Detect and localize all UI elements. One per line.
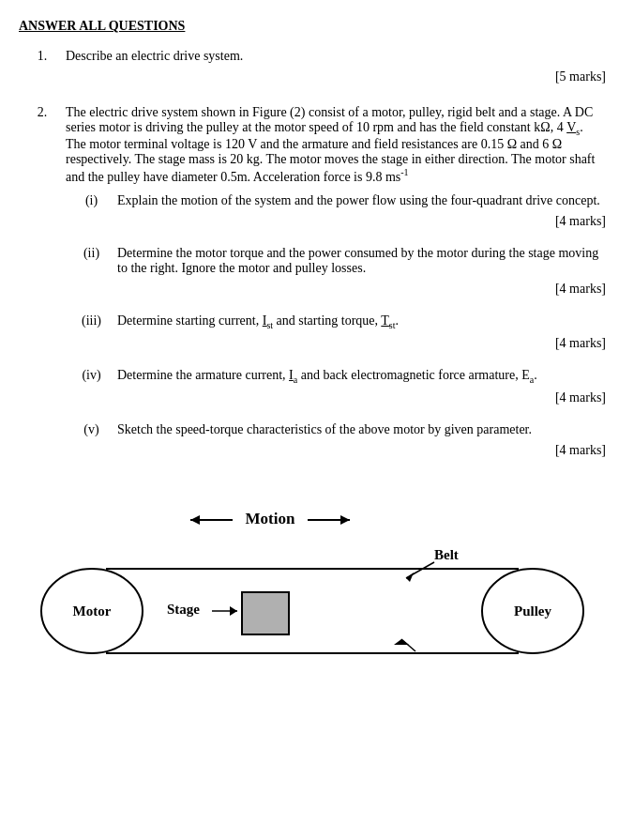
sub-iii-num: (iii) <box>66 313 117 355</box>
svg-marker-1 <box>190 515 200 525</box>
sub-ii-marks: [4 marks] <box>117 282 606 297</box>
sub-iii-content: Determine starting current, Ist and star… <box>117 313 606 355</box>
sub-ii-num: (ii) <box>66 246 117 300</box>
sub-q-i: (i) Explain the motion of the system and… <box>66 193 606 233</box>
svg-marker-9 <box>230 606 237 616</box>
svg-marker-3 <box>340 515 350 525</box>
ist-underline: Ist <box>263 313 273 328</box>
ia-underline: Ia <box>289 368 297 382</box>
q2-content: The electric drive system shown in Figur… <box>66 105 606 475</box>
sub-iii-marks: [4 marks] <box>117 336 606 351</box>
q2-intro: The electric drive system shown in Figur… <box>66 105 606 184</box>
sub-q-iii: (iii) Determine starting current, Ist an… <box>66 313 606 355</box>
sub-v-marks: [4 marks] <box>117 443 606 458</box>
vs-underline: Vs <box>566 120 580 134</box>
q1-text: Describe an electric drive system. <box>66 49 243 63</box>
sub-v-text: Sketch the speed-torque characteristics … <box>117 422 532 436</box>
stage-label: Stage <box>167 602 200 617</box>
page-container: ANSWER ALL QUESTIONS 1. Describe an elec… <box>19 19 606 710</box>
question-2: 2. The electric drive system shown in Fi… <box>19 105 606 475</box>
sub-ii-content: Determine the motor torque and the power… <box>117 246 606 300</box>
q1-marks: [5 marks] <box>66 69 606 84</box>
sub-iv-marks: [4 marks] <box>117 390 606 405</box>
sub-i-num: (i) <box>66 193 117 233</box>
sub-iv-text: Determine the armature current, Ia and b… <box>117 368 537 382</box>
belt-label: Belt <box>434 547 459 562</box>
motion-label: Motion <box>246 510 295 527</box>
sub-ii-text: Determine the motor torque and the power… <box>117 246 598 275</box>
sub-q-iv: (iv) Determine the armature current, Ia … <box>66 368 606 409</box>
q1-number: 1. <box>19 49 66 88</box>
sub-iii-text: Determine starting current, Ist and star… <box>117 313 399 328</box>
pulley-label: Pulley <box>514 603 551 619</box>
sub-iv-num: (iv) <box>66 368 117 409</box>
diagram-container: Motion Motor Pulley Stage <box>19 494 606 710</box>
sub-i-marks: [4 marks] <box>117 214 606 229</box>
sub-v-num: (v) <box>66 422 117 462</box>
page-header: ANSWER ALL QUESTIONS <box>19 19 606 34</box>
question-1: 1. Describe an electric drive system. [5… <box>19 49 606 88</box>
sub-q-v: (v) Sketch the speed-torque characterist… <box>66 422 606 462</box>
sub-i-content: Explain the motion of the system and the… <box>117 193 606 233</box>
system-diagram: Motion Motor Pulley Stage <box>40 503 584 710</box>
tst-underline: Tst <box>381 313 395 328</box>
motor-label: Motor <box>73 603 112 619</box>
sub-v-content: Sketch the speed-torque characteristics … <box>117 422 606 462</box>
stage-box <box>242 592 289 634</box>
sub-q-ii: (ii) Determine the motor torque and the … <box>66 246 606 300</box>
q1-content: Describe an electric drive system. [5 ma… <box>66 49 606 88</box>
q2-number: 2. <box>19 105 66 475</box>
svg-marker-13 <box>394 639 409 645</box>
sub-iv-content: Determine the armature current, Ia and b… <box>117 368 606 409</box>
sub-i-text: Explain the motion of the system and the… <box>117 193 600 207</box>
